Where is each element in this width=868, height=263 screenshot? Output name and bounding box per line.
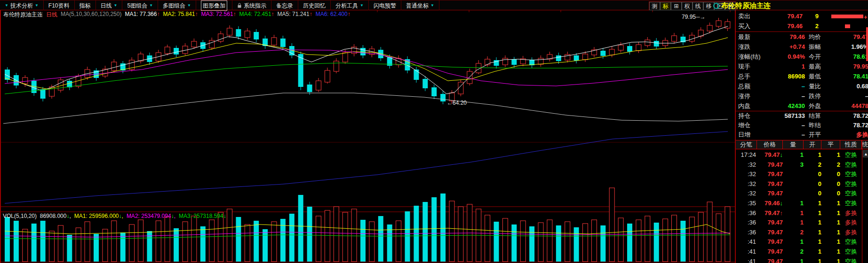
tick-close: 1: [821, 247, 840, 257]
down-arrow-icon: ↓: [119, 213, 122, 219]
quote-label: 内盘: [738, 101, 778, 111]
tick-qty: 1: [783, 257, 804, 263]
tick-spacer: [862, 218, 868, 228]
buy-count: 2: [803, 21, 819, 31]
menu-item-多图组合[interactable]: 多图组合▼: [158, 0, 196, 10]
quote-value: 0.68: [836, 81, 868, 91]
tick-header-价格[interactable]: 价格: [757, 140, 783, 149]
tick-close: 1: [821, 228, 840, 238]
tick-price: 79.47: [757, 218, 783, 228]
chart-period-label[interactable]: 日线: [46, 11, 57, 19]
high-price-annotation: 79.95─→: [682, 14, 706, 20]
buy-row[interactable]: 买入79.462: [736, 21, 868, 31]
menu-item-历史回忆[interactable]: 历史回忆: [298, 0, 331, 10]
dropdown-icon[interactable]: ▼: [360, 1, 364, 10]
quote-value: 78.72: [836, 111, 868, 121]
tick-header-性质[interactable]: 性质: [840, 140, 862, 149]
dropdown-icon[interactable]: ▼: [430, 1, 434, 10]
dropdown-icon[interactable]: ▼: [5, 1, 8, 10]
tick-open: 0: [804, 179, 821, 189]
menu-item-图形叠加[interactable]: 图形叠加: [196, 0, 232, 10]
tick-qty: [783, 179, 804, 189]
menu-item-普通坐标[interactable]: 普通坐标▼: [401, 0, 439, 10]
instrument-icon: [713, 3, 719, 9]
tool-button-测[interactable]: 测: [649, 2, 660, 10]
quote-row-增仓: 增仓–昨结78.72: [736, 121, 868, 130]
tick-header-平[interactable]: 平: [821, 140, 840, 149]
tick-spacer: [862, 189, 868, 199]
tool-button-线[interactable]: 线: [693, 2, 703, 10]
tick-header-分笔[interactable]: 分笔: [736, 140, 757, 149]
bid-ask-area: 卖出79.479买入79.462: [736, 11, 868, 31]
menu-item-日线[interactable]: 日线▼: [96, 0, 123, 10]
scroll-up-icon[interactable]: ▲: [863, 150, 868, 157]
ma-value-undefined: MA5: 71.241↑: [278, 11, 312, 19]
tick-nature: 空换: [840, 257, 862, 263]
dropdown-icon[interactable]: ▼: [35, 1, 39, 10]
menu-item-指标[interactable]: 指标: [75, 0, 96, 10]
tick-row: :3279.4700空换: [736, 189, 868, 199]
tick-spacer: [862, 247, 868, 257]
quote-row-总额: 总额–量比0.68: [736, 81, 868, 91]
menu-item-备忘录[interactable]: 备忘录: [271, 0, 298, 10]
menu-item-F10资料[interactable]: F10资料: [44, 0, 75, 10]
vol-ma-value: MA3: 257318.594↓: [179, 213, 226, 219]
tick-header-量[interactable]: 量: [783, 140, 804, 149]
quote-value: 78.72: [836, 121, 868, 130]
tool-button-⊞[interactable]: ⊞: [671, 2, 682, 10]
menu-item-闪电预警[interactable]: 闪电预警: [369, 0, 401, 10]
menu-item-系统指示[interactable]: 系统指示: [232, 0, 271, 10]
tick-header-统[interactable]: 统: [862, 140, 868, 149]
tool-button-标[interactable]: 标: [660, 2, 671, 10]
menu-item-分析工具[interactable]: 分析工具▼: [331, 0, 369, 10]
quote-label: 现手: [738, 62, 778, 71]
tick-nature: 空换: [840, 160, 862, 170]
sell-row[interactable]: 卖出79.479: [736, 11, 868, 21]
quote-value: –: [778, 121, 805, 130]
tick-qty: 1: [783, 209, 804, 218]
menu-item-技术分析[interactable]: ▼技术分析▼: [0, 0, 44, 10]
quote-row-涨跌: 涨跌+0.74振幅1.96%: [736, 42, 868, 52]
tick-price: 79.47: [757, 170, 783, 179]
dropdown-icon[interactable]: ▼: [187, 1, 191, 10]
ma-value-undefined: MA2: 75.841↑: [163, 11, 198, 19]
tick-qty: 2: [783, 228, 804, 238]
menu-item-label: 备忘录: [276, 1, 293, 10]
sell-count: 9: [803, 11, 819, 21]
tick-time: :32: [736, 160, 757, 170]
tick-row: 17:2479.47↓111空换: [736, 150, 868, 160]
dropdown-icon[interactable]: ▼: [114, 1, 118, 10]
quote-value: –: [778, 81, 805, 91]
dropdown-icon[interactable]: ▼: [149, 1, 153, 10]
tick-spacer: [862, 170, 868, 179]
tool-button-移[interactable]: 移: [703, 2, 714, 10]
tick-qty: [783, 170, 804, 179]
menubar: ▼技术分析▼F10资料指标日线▼5图组合▼多图组合▼图形叠加系统指示备忘录历史回…: [0, 0, 868, 10]
tick-spacer: [862, 209, 868, 218]
down-arrow-icon: ↓: [171, 213, 174, 219]
chart-header: 布伦特原油主连 日线 MA(5,10,30,60,120,250) MA1: 7…: [3, 11, 350, 19]
tick-close: 1: [821, 150, 840, 160]
tick-time: :35: [736, 199, 757, 209]
ma-value-undefined: MA1: 77.366↑: [125, 11, 159, 19]
tick-header-开[interactable]: 开: [804, 140, 821, 149]
tool-button-权[interactable]: 权: [682, 2, 693, 10]
quote-label: 总额: [738, 81, 778, 91]
up-arrow-icon: ↑: [195, 11, 198, 17]
tick-row: :3579.46↓111空换: [736, 199, 868, 209]
tick-close: 1: [821, 257, 840, 263]
tick-close: 1: [821, 218, 840, 228]
quote-value: 0.94%: [778, 52, 805, 62]
quote-label: 量比: [805, 81, 836, 91]
quote-label: 最低: [805, 71, 836, 81]
quote-label: 昨结: [805, 121, 836, 130]
menu-item-label: 多图组合: [163, 1, 185, 10]
vol-value: VOL(5,10,20) 86908.000↓,: [3, 213, 71, 219]
tick-open: 1: [804, 247, 821, 257]
candlestick-chart[interactable]: 布伦特原油主连 日线 MA(5,10,30,60,120,250) MA1: 7…: [0, 10, 735, 263]
tick-time: :36: [736, 218, 757, 228]
menu-item-label: 分析工具: [335, 1, 358, 10]
menu-item-5图组合[interactable]: 5图组合▼: [122, 0, 158, 10]
down-arrow-icon: ↓: [223, 213, 226, 219]
chart-canvas[interactable]: [1, 10, 736, 263]
